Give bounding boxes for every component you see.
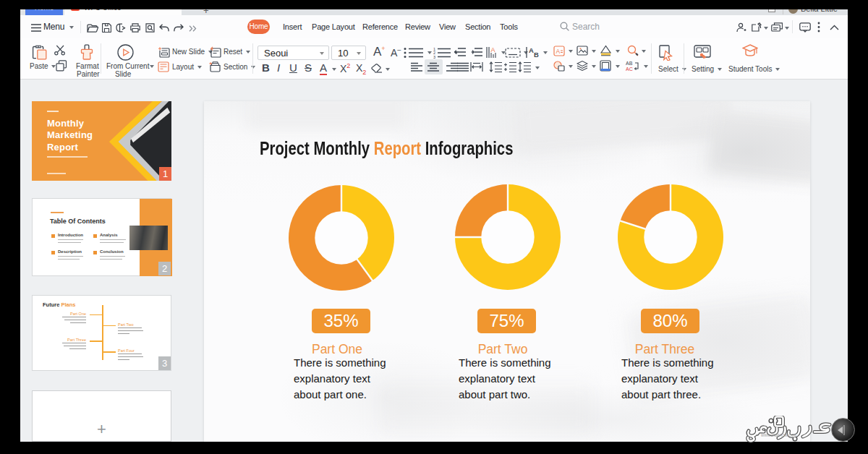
svg-text:A: A bbox=[491, 46, 495, 53]
svg-text:AC: AC bbox=[626, 67, 633, 72]
svg-text:A: A bbox=[556, 48, 560, 55]
svg-text:B: B bbox=[534, 51, 539, 59]
svg-text:A: A bbox=[529, 46, 534, 54]
svg-text:3: 3 bbox=[433, 55, 435, 59]
svg-text:AB: AB bbox=[626, 61, 633, 66]
